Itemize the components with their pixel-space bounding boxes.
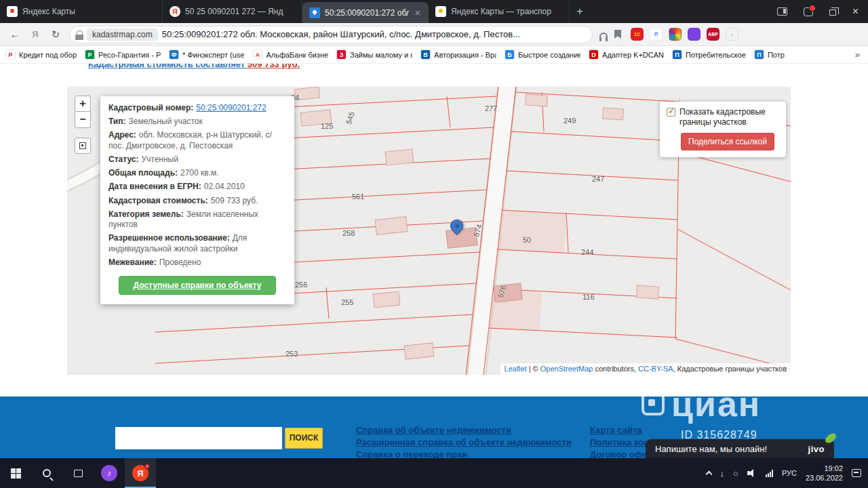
url-field[interactable]: kadastrmap.com 50:25:0090201:272 обл. Мо… [69, 26, 593, 43]
yandex-home-icon[interactable]: Я [28, 29, 42, 39]
tab-close-icon[interactable]: × [414, 8, 422, 18]
headset-icon[interactable] [599, 33, 608, 39]
bookmark-label: Потр [768, 51, 785, 59]
bookmarks-bar: Р Кредит под обор Р Ресо-Гарантия - Р Ф … [0, 46, 868, 64]
bookmark-item[interactable]: Б Быстрое создание [505, 49, 580, 60]
bookmark-favicon: Р [5, 49, 16, 60]
language-indicator[interactable]: РУС [782, 469, 797, 477]
leaflet-link[interactable]: Leaflet [505, 365, 527, 373]
extensions-row: 1С П ABP ↓ [631, 28, 738, 41]
popup-row: Общая площадь:2700 кв.м. [108, 168, 286, 178]
extension-icon[interactable]: П [650, 28, 663, 41]
osm-link[interactable]: OpenStreetMap [540, 365, 593, 373]
action-center-icon[interactable] [852, 469, 861, 477]
task-view-button[interactable] [62, 458, 94, 488]
popup-row: Межевание:Проведено [108, 258, 286, 268]
yandex-maps-favicon [435, 6, 446, 17]
sync-tray-icon[interactable]: ○ [733, 468, 738, 479]
popup-row: Статус:Учтенный [108, 155, 286, 165]
map-attribution: Leaflet | © OpenStreetMap contributors, … [500, 363, 791, 375]
notifications-icon[interactable] [804, 7, 813, 16]
share-link-button[interactable]: Поделиться ссылкой [681, 133, 774, 150]
cadastral-borders-checkbox[interactable] [667, 108, 675, 117]
layers-checkbox-row[interactable]: Показать кадастровые границы участков [667, 107, 779, 127]
network-signal-icon[interactable] [766, 470, 773, 477]
bookmark-label: АльфаБанк бизне [266, 51, 328, 59]
jivo-message: Напишите нам, мы онлайн! [655, 444, 767, 454]
volume-icon[interactable] [747, 469, 757, 477]
zoom-in-button[interactable]: + [75, 96, 91, 112]
zoom-out-button[interactable]: − [75, 112, 91, 128]
bookmark-item[interactable]: Р Ресо-Гарантия - Р [85, 49, 161, 60]
system-tray: ↓ ○ РУС 19:02 23.06.2022 [707, 464, 868, 483]
tab-yandex-maps-2[interactable]: Яндекс Карты — транспор [429, 0, 570, 23]
new-tab-button[interactable]: + [570, 0, 590, 23]
tab-yandex-search[interactable]: Я 50 25 0090201 272 — Янд [163, 0, 302, 23]
bookmark-item[interactable]: Р Кредит под обор [5, 49, 77, 60]
parcel-number-label: 258 [342, 229, 355, 237]
bookmark-favicon: В [420, 49, 431, 60]
bookmarks-overflow-icon[interactable]: » [855, 49, 863, 60]
footer-search-input[interactable] [115, 427, 282, 449]
collections-flag-icon[interactable] [614, 30, 621, 39]
extension-icon[interactable] [669, 28, 682, 41]
clock-date: 23.06.2022 [806, 473, 843, 483]
cadastral-map[interactable]: 84 125 545 277 249 561 247 258 574 50 24… [67, 87, 791, 375]
available-reports-button[interactable]: Доступные справки по объекту [119, 276, 276, 295]
extension-icon[interactable]: ABP [707, 28, 719, 41]
sidebar-panel-icon[interactable] [777, 7, 787, 16]
fullscreen-button[interactable] [75, 138, 91, 154]
tray-expand-icon[interactable] [705, 471, 712, 478]
footer-link[interactable]: Карта сайта [590, 425, 656, 435]
bookmark-item[interactable]: А АльфаБанк бизне [252, 49, 328, 60]
extension-icon[interactable] [688, 28, 701, 41]
taskbar-app-purple[interactable]: ♪ [94, 458, 125, 488]
refresh-icon[interactable]: ↻ [49, 28, 62, 41]
cadastral-number-link[interactable]: 50:25:0090201:272 [196, 103, 266, 113]
footer-link[interactable]: Справка об объекте недвижимости [356, 425, 572, 435]
parcel-number-label: 256 [295, 281, 307, 289]
popup-row-cadastral-number: Кадастровый номер:50:25:0090201:272 [108, 103, 286, 113]
lock-icon [77, 30, 83, 35]
popup-row-label: Кадастровая стоимость: [108, 196, 208, 205]
attribution-text: | © [527, 365, 540, 373]
parcel-number-label: 247 [592, 175, 604, 183]
bookmark-item[interactable]: D Адаптер K+DCAN [589, 49, 664, 60]
footer-search-button[interactable]: ПОИСК [285, 428, 323, 449]
bookmark-item[interactable]: Ф * Финэксперт (use [169, 49, 244, 60]
extension-icon[interactable]: 1С [631, 28, 644, 41]
parcel-number-label: 50 [523, 236, 531, 244]
footer-links-center: Справка об объекте недвижимости Расширен… [356, 425, 572, 460]
footer-link[interactable]: Расширенная справка об объекте недвижимо… [356, 437, 572, 447]
start-button[interactable] [0, 458, 31, 488]
back-icon[interactable]: ← [8, 28, 22, 40]
close-window-icon[interactable]: × [852, 6, 859, 17]
popup-row-label: Статус: [108, 155, 138, 164]
screen: Кадастровая стоимость составляет 509 733… [0, 0, 868, 488]
tab-kadastrmap-active[interactable]: 50:25:0090201:272 обл × [302, 2, 429, 23]
windows-logo-icon [11, 468, 21, 479]
taskbar-clock[interactable]: 19:02 23.06.2022 [806, 464, 843, 483]
bookmark-favicon: А [252, 49, 262, 60]
cc-by-sa-link[interactable]: CC-BY-SA [638, 365, 673, 373]
bookmark-item[interactable]: З Займы малому и с [336, 49, 412, 60]
cian-watermark: циан [642, 386, 761, 422]
jivo-chat-bar[interactable]: Напишите нам, мы онлайн! jivo [646, 439, 834, 458]
bookmark-favicon: Ф [169, 49, 179, 60]
parcel-number-label: 116 [583, 293, 595, 301]
bookmark-item[interactable]: П Потр [754, 49, 785, 60]
bookmark-item[interactable]: П Потребительское [672, 49, 746, 60]
download-tray-icon[interactable]: ↓ [720, 468, 725, 479]
popup-row-value: Учтенный [141, 155, 178, 164]
extension-icon[interactable]: ↓ [726, 28, 738, 41]
bookmark-label: Авторизация - Вра [434, 51, 496, 59]
popup-row-label: Межевание: [108, 258, 157, 267]
map-layers-panel: Показать кадастровые границы участков По… [660, 102, 786, 157]
tab-yandex-maps-1[interactable]: Яндекс Карты [0, 0, 163, 23]
restore-window-icon[interactable] [829, 9, 836, 16]
taskbar-app-yandex-browser[interactable]: Я [125, 458, 156, 488]
popup-row: Разрешенное использование:Для индивидуал… [108, 233, 286, 253]
taskbar-search-button[interactable] [31, 458, 62, 488]
bookmark-item[interactable]: В Авторизация - Вра [420, 49, 496, 60]
popup-row-label: Разрешенное использование: [108, 233, 230, 243]
